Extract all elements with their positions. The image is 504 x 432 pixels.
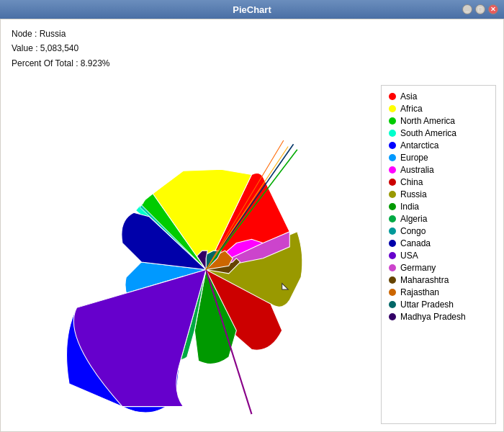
legend-item: North America bbox=[389, 116, 488, 126]
tooltip-area: Node : Russia Value : 5,083,540 Percent … bbox=[1, 19, 503, 78]
legend-item-label: USA bbox=[400, 251, 418, 261]
legend-item-label: Asia bbox=[400, 91, 417, 102]
chart-legend-area: AsiaAfricaNorth AmericaSouth AmericaAnta… bbox=[1, 78, 503, 431]
legend-item-label: Europe bbox=[400, 153, 428, 163]
legend-color-dot bbox=[389, 154, 396, 161]
legend-color-dot bbox=[389, 301, 396, 308]
legend-color-dot bbox=[389, 289, 396, 296]
legend-item-label: Maharashtra bbox=[400, 275, 449, 285]
main-content: Node : Russia Value : 5,083,540 Percent … bbox=[1, 19, 503, 431]
legend-item: Congo bbox=[389, 226, 488, 236]
pie-chart-svg[interactable] bbox=[1, 78, 381, 431]
legend-item-label: Algeria bbox=[400, 214, 427, 224]
legend-color-dot bbox=[389, 117, 396, 125]
legend-item: USA bbox=[389, 251, 488, 261]
maximize-button[interactable]: □ bbox=[475, 4, 485, 14]
legend-color-dot bbox=[389, 130, 396, 137]
legend-item: Algeria bbox=[389, 214, 488, 224]
legend-item: India bbox=[389, 202, 488, 212]
close-button[interactable]: ✕ bbox=[488, 4, 498, 14]
legend-item: South America bbox=[389, 128, 488, 138]
window-title: PieChart bbox=[233, 4, 271, 15]
minimize-button[interactable]: _ bbox=[462, 4, 472, 14]
legend-color-dot bbox=[389, 179, 396, 186]
legend-item-label: Congo bbox=[400, 226, 426, 236]
tooltip-node: Node : Russia bbox=[12, 27, 492, 41]
legend-color-dot bbox=[389, 166, 396, 174]
legend-color-dot bbox=[389, 93, 396, 100]
legend-item-label: Canada bbox=[400, 238, 431, 248]
legend-item: Australia bbox=[389, 165, 488, 175]
legend-item-label: Germany bbox=[400, 263, 436, 273]
legend-box: AsiaAfricaNorth AmericaSouth AmericaAnta… bbox=[381, 85, 496, 424]
legend-item: Uttar Pradesh bbox=[389, 300, 488, 310]
legend-item-label: Africa bbox=[400, 104, 423, 114]
legend-item-label: Antarctica bbox=[400, 140, 438, 150]
legend-color-dot bbox=[389, 142, 396, 149]
legend-item: Maharashtra bbox=[389, 275, 488, 285]
legend-item-label: Rajasthan bbox=[400, 287, 439, 297]
legend-color-dot bbox=[389, 276, 396, 284]
legend-color-dot bbox=[389, 215, 396, 222]
legend-item: Germany bbox=[389, 263, 488, 273]
tooltip-percent: Percent Of Total : 8.923% bbox=[12, 56, 492, 71]
legend-item: Canada bbox=[389, 238, 488, 248]
legend-item-label: China bbox=[400, 177, 423, 187]
legend-item: Africa bbox=[389, 104, 488, 114]
legend-item-label: North America bbox=[400, 116, 455, 126]
legend-item-label: Uttar Pradesh bbox=[400, 300, 454, 310]
legend-item: Russia bbox=[389, 189, 488, 199]
legend-item-label: Australia bbox=[400, 165, 434, 175]
legend-color-dot bbox=[389, 191, 396, 198]
legend-color-dot bbox=[389, 203, 396, 210]
legend-color-dot bbox=[389, 105, 396, 112]
legend-item-label: India bbox=[400, 202, 419, 212]
tooltip-value: Value : 5,083,540 bbox=[12, 41, 492, 55]
legend-item: Asia bbox=[389, 91, 488, 102]
legend-item: Madhya Pradesh bbox=[389, 312, 488, 322]
legend-color-dot bbox=[389, 313, 396, 320]
legend-color-dot bbox=[389, 240, 396, 247]
legend-item: Rajasthan bbox=[389, 287, 488, 297]
legend-color-dot bbox=[389, 228, 396, 235]
legend-color-dot bbox=[389, 252, 396, 259]
legend-item-label: Madhya Pradesh bbox=[400, 312, 466, 322]
legend-item: Antarctica bbox=[389, 140, 488, 150]
legend-color-dot bbox=[389, 264, 396, 271]
window-controls: _ □ ✕ bbox=[462, 4, 498, 14]
legend-item-label: Russia bbox=[400, 189, 427, 199]
legend-item-label: South America bbox=[400, 128, 456, 138]
legend-item: Europe bbox=[389, 153, 488, 163]
title-bar: PieChart _ □ ✕ bbox=[0, 0, 504, 19]
legend-item: China bbox=[389, 177, 488, 187]
chart-area bbox=[1, 78, 381, 431]
